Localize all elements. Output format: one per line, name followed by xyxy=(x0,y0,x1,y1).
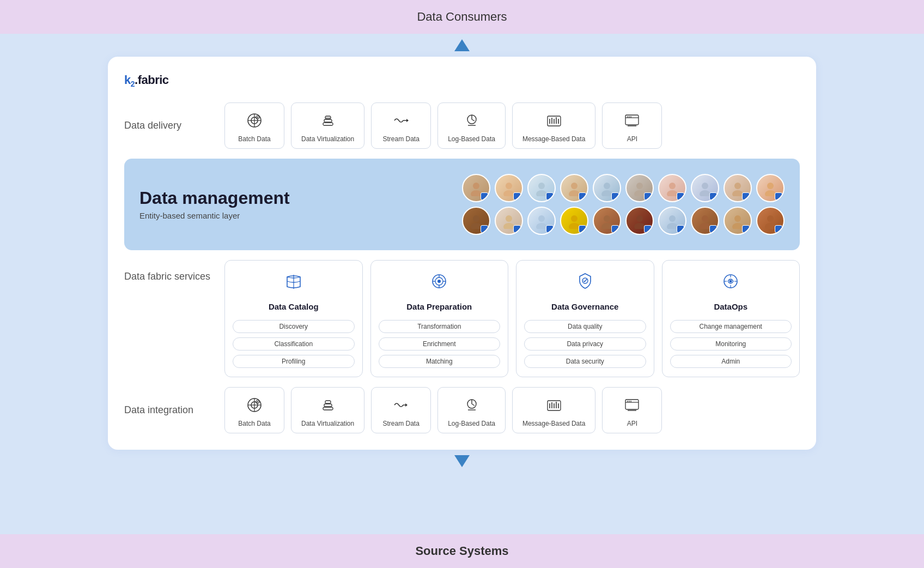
svg-point-53 xyxy=(538,215,545,222)
svg-point-68 xyxy=(765,223,776,229)
svg-point-52 xyxy=(503,223,514,229)
delivery-card-message-based-data[interactable]: Message-Based Data xyxy=(512,102,595,149)
avatar-9 xyxy=(724,174,752,202)
svg-point-61 xyxy=(669,215,676,222)
delivery-card-log-based-data[interactable]: Log-Based Data xyxy=(437,102,506,149)
data-integration-section: Data integration Batch Data xyxy=(124,387,800,433)
svg-point-41 xyxy=(669,183,676,189)
avatar-6 xyxy=(625,174,654,202)
integration-card-api[interactable]: API xyxy=(602,387,662,433)
tag-data-security: Data security xyxy=(524,355,646,368)
svg-point-31 xyxy=(506,183,512,189)
avatar-8 xyxy=(691,174,719,202)
svg-rect-91 xyxy=(324,404,332,407)
svg-point-60 xyxy=(634,223,645,229)
avatar-5 xyxy=(593,174,621,202)
svg-point-39 xyxy=(636,183,643,189)
svg-point-46 xyxy=(732,190,743,196)
int-data-virtualization-icon xyxy=(319,396,337,416)
tag-enrichment: Enrichment xyxy=(379,337,501,351)
avatar-14 xyxy=(560,207,588,235)
avatar-7 xyxy=(658,174,686,202)
stream-data-icon xyxy=(392,112,410,132)
api-icon xyxy=(623,112,641,132)
svg-point-42 xyxy=(667,190,678,196)
integration-card-message-based-data[interactable]: Message-Based Data xyxy=(512,387,595,433)
tag-profiling: Profiling xyxy=(233,355,355,368)
svg-point-79 xyxy=(730,280,732,283)
svg-point-65 xyxy=(734,215,741,222)
svg-rect-6 xyxy=(323,123,333,125)
svg-point-33 xyxy=(538,183,545,189)
delivery-card-stream-data[interactable]: Stream Data xyxy=(371,102,431,149)
service-card-data-preparation[interactable]: Data Preparation Transformation Enrichme… xyxy=(370,260,509,377)
svg-marker-93 xyxy=(405,403,408,407)
svg-point-50 xyxy=(471,223,482,229)
top-banner: Data Consumers xyxy=(0,0,924,34)
stream-data-label: Stream Data xyxy=(382,135,419,143)
data-management-section: Data management Entity-based semantic la… xyxy=(124,159,800,250)
svg-point-44 xyxy=(700,190,710,196)
svg-line-96 xyxy=(472,404,475,406)
management-text: Data management Entity-based semantic la… xyxy=(139,189,290,220)
integration-card-data-virtualization[interactable]: Data Virtualization xyxy=(291,387,364,433)
int-api-icon xyxy=(623,396,641,416)
svg-marker-12 xyxy=(406,119,409,122)
data-fabric-services-label: Data fabric services xyxy=(124,260,211,282)
dataops-title: DataOps xyxy=(714,302,747,311)
data-delivery-section: Data delivery Batch Data xyxy=(124,102,800,149)
delivery-card-data-virtualization[interactable]: Data Virtualization xyxy=(291,102,364,149)
logo: k2.fabric xyxy=(124,73,800,88)
tag-data-quality: Data quality xyxy=(524,320,646,333)
int-stream-data-label: Stream Data xyxy=(382,420,419,427)
tag-discovery: Discovery xyxy=(233,320,355,333)
service-card-dataops[interactable]: DataOps Change management Monitoring Adm… xyxy=(662,260,800,377)
data-virtualization-label: Data Virtualization xyxy=(301,135,354,143)
data-catalog-title: Data Catalog xyxy=(269,302,319,311)
log-based-data-icon xyxy=(463,112,481,132)
batch-data-label: Batch Data xyxy=(238,135,270,143)
svg-point-38 xyxy=(601,190,612,196)
service-card-data-governance[interactable]: Data Governance Data quality Data privac… xyxy=(516,260,654,377)
svg-line-15 xyxy=(472,119,475,121)
svg-point-57 xyxy=(604,215,610,222)
logo-fabric: .fabric xyxy=(135,73,169,87)
svg-point-56 xyxy=(569,223,580,229)
message-based-data-label: Message-Based Data xyxy=(522,135,585,143)
int-log-based-data-icon xyxy=(463,396,481,416)
svg-point-36 xyxy=(569,190,580,196)
avatar-11 xyxy=(462,207,490,235)
delivery-card-batch-data[interactable]: Batch Data xyxy=(224,102,284,149)
arrow-down-to-sources xyxy=(454,455,470,467)
service-card-data-catalog[interactable]: Data Catalog Discovery Classification Pr… xyxy=(224,260,363,377)
tag-admin: Admin xyxy=(670,355,792,368)
data-governance-title: Data Governance xyxy=(551,302,618,311)
svg-point-35 xyxy=(571,183,578,189)
bottom-banner-label: Source Systems xyxy=(415,544,508,558)
data-catalog-icon xyxy=(284,271,303,295)
delivery-card-api[interactable]: API xyxy=(602,102,662,149)
svg-point-64 xyxy=(700,223,710,229)
log-based-data-label: Log-Based Data xyxy=(448,135,495,143)
avatar-4 xyxy=(560,174,588,202)
integration-card-log-based-data[interactable]: Log-Based Data xyxy=(437,387,506,433)
api-label: API xyxy=(627,135,637,143)
svg-point-62 xyxy=(667,223,678,229)
batch-data-icon xyxy=(246,112,263,132)
svg-point-59 xyxy=(636,215,643,222)
avatar-12 xyxy=(495,207,523,235)
main-container: k2.fabric Data delivery Batch Data xyxy=(108,57,816,450)
svg-point-66 xyxy=(732,223,743,229)
avatars-grid xyxy=(462,174,785,235)
tag-matching: Matching xyxy=(379,355,501,368)
svg-point-72 xyxy=(437,280,441,283)
integration-card-batch-data[interactable]: Batch Data xyxy=(224,387,284,433)
svg-point-49 xyxy=(473,215,479,222)
data-preparation-icon xyxy=(429,271,449,295)
integration-card-stream-data[interactable]: Stream Data xyxy=(371,387,431,433)
avatar-19 xyxy=(724,207,752,235)
avatar-20 xyxy=(756,207,785,235)
avatar-15 xyxy=(593,207,621,235)
services-cards: Data Catalog Discovery Classification Pr… xyxy=(224,260,800,377)
int-message-based-data-label: Message-Based Data xyxy=(522,420,585,427)
